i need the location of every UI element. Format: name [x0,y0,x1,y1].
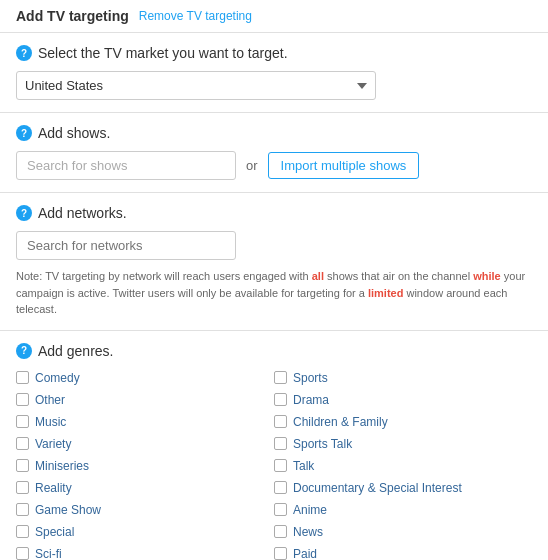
genre-label[interactable]: Special [35,525,74,539]
shows-row: or Import multiple shows [16,151,532,180]
genre-label[interactable]: Paid [293,547,317,561]
genre-checkbox[interactable] [16,393,29,406]
genre-item: Other [16,391,274,409]
genre-checkbox[interactable] [274,525,287,538]
genre-label[interactable]: News [293,525,323,539]
shows-section-header: ? Add shows. [16,125,532,141]
genres-question-icon[interactable]: ? [16,343,32,359]
genre-checkbox[interactable] [274,437,287,450]
import-shows-button[interactable]: Import multiple shows [268,152,420,179]
page-title: Add TV targeting [16,8,129,24]
genres-section-title: Add genres. [38,343,114,359]
genre-label[interactable]: Children & Family [293,415,388,429]
genre-item: Paid [274,545,532,561]
networks-question-icon[interactable]: ? [16,205,32,221]
genre-label[interactable]: Talk [293,459,314,473]
networks-section: ? Add networks. Note: TV targeting by ne… [0,193,548,331]
remove-targeting-link[interactable]: Remove TV targeting [139,9,252,23]
shows-section: ? Add shows. or Import multiple shows [0,113,548,193]
genre-label[interactable]: Drama [293,393,329,407]
genre-checkbox[interactable] [16,459,29,472]
genre-checkbox[interactable] [16,525,29,538]
genre-checkbox[interactable] [16,437,29,450]
genre-checkbox[interactable] [274,371,287,384]
genre-item: Sports [274,369,532,387]
market-question-icon[interactable]: ? [16,45,32,61]
genre-item: Music [16,413,274,431]
genre-checkbox[interactable] [274,503,287,516]
genre-label[interactable]: Sports Talk [293,437,352,451]
genre-item: Drama [274,391,532,409]
market-section: ? Select the TV market you want to targe… [0,33,548,113]
genre-label[interactable]: Other [35,393,65,407]
genre-label[interactable]: Anime [293,503,327,517]
shows-question-icon[interactable]: ? [16,125,32,141]
networks-section-header: ? Add networks. [16,205,532,221]
market-section-header: ? Select the TV market you want to targe… [16,45,532,61]
market-section-title: Select the TV market you want to target. [38,45,288,61]
shows-section-title: Add shows. [38,125,110,141]
genre-item: Talk [274,457,532,475]
genre-item: Special [16,523,274,541]
genre-label[interactable]: Documentary & Special Interest [293,481,462,495]
market-select[interactable]: United States United Kingdom Canada Aust… [16,71,376,100]
genre-item: Game Show [16,501,274,519]
networks-section-title: Add networks. [38,205,127,221]
genre-checkbox[interactable] [16,371,29,384]
genre-checkbox[interactable] [16,547,29,560]
genre-label[interactable]: Game Show [35,503,101,517]
header-row: Add TV targeting Remove TV targeting [0,0,548,33]
genre-checkbox[interactable] [16,503,29,516]
genre-label[interactable]: Reality [35,481,72,495]
genre-item: Miniseries [16,457,274,475]
genre-checkbox[interactable] [16,415,29,428]
genre-checkbox[interactable] [274,459,287,472]
networks-note-all: all [312,270,324,282]
genres-grid: Comedy Sports Other Drama Music Children… [16,369,532,561]
genre-item: Sci-fi [16,545,274,561]
genre-item: Reality [16,479,274,497]
networks-note-limited: limited [368,287,403,299]
genre-checkbox[interactable] [274,547,287,560]
genres-section: ? Add genres. Comedy Sports Other Drama … [0,331,548,561]
networks-note: Note: TV targeting by network will reach… [16,268,532,318]
networks-note-while: while [473,270,501,282]
genre-item: Variety [16,435,274,453]
genre-item: Sports Talk [274,435,532,453]
genre-checkbox[interactable] [274,415,287,428]
genre-item: Documentary & Special Interest [274,479,532,497]
shows-or-text: or [246,158,258,173]
networks-search-input[interactable] [16,231,236,260]
genre-label[interactable]: Comedy [35,371,80,385]
genre-label[interactable]: Sci-fi [35,547,62,561]
genre-label[interactable]: Music [35,415,66,429]
genre-label[interactable]: Variety [35,437,71,451]
genres-section-header: ? Add genres. [16,343,532,359]
genre-checkbox[interactable] [16,481,29,494]
genre-checkbox[interactable] [274,481,287,494]
genre-item: Anime [274,501,532,519]
genre-label[interactable]: Miniseries [35,459,89,473]
genre-item: Children & Family [274,413,532,431]
genre-checkbox[interactable] [274,393,287,406]
genre-item: News [274,523,532,541]
shows-search-input[interactable] [16,151,236,180]
genre-item: Comedy [16,369,274,387]
genre-label[interactable]: Sports [293,371,328,385]
